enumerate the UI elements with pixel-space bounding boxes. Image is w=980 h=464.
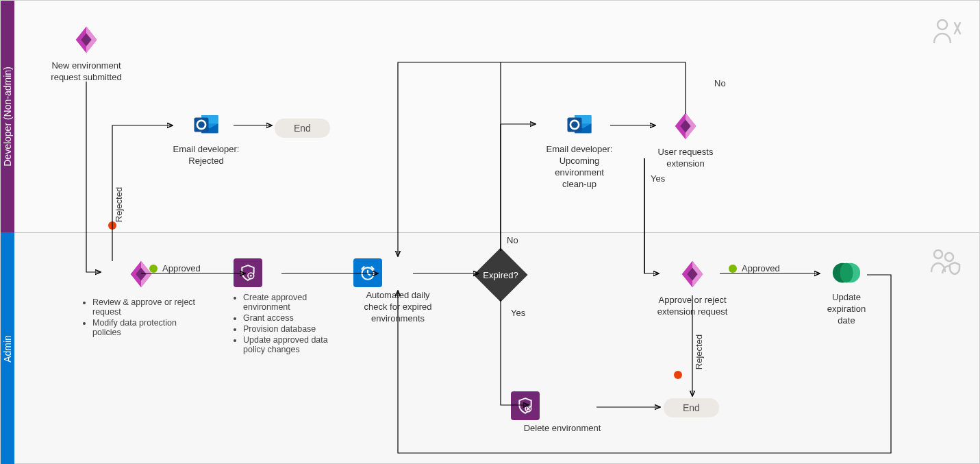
connectors bbox=[1, 1, 980, 464]
flowchart-canvas: Developer (Non-admin) Admin New environm… bbox=[0, 0, 980, 464]
